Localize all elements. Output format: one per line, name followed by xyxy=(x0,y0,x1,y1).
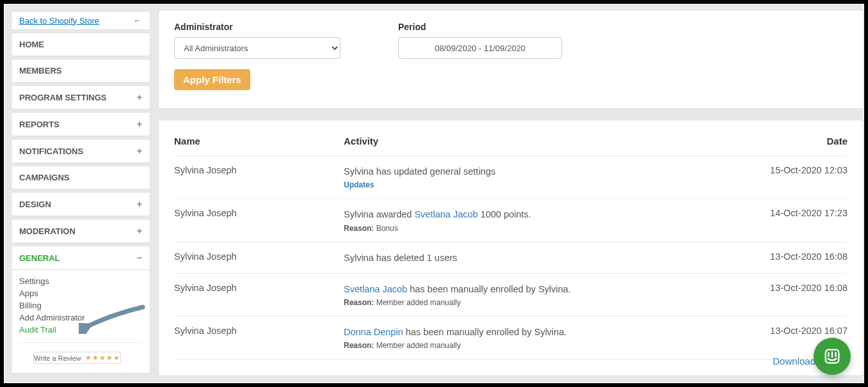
back-arrow-icon: ← xyxy=(133,15,142,26)
sidebar: Back to Shopify Store ← HOME MEMBERS PRO… xyxy=(11,11,150,374)
nav-notifications[interactable]: NOTIFICATIONS + xyxy=(11,139,150,163)
nav-label: MODERATION xyxy=(19,226,76,236)
text: has been manually enrolled by Sylvina. xyxy=(403,327,567,337)
download-link[interactable]: Download xyxy=(773,356,816,367)
table-row: Sylvina Joseph Sylvina has updated gener… xyxy=(174,156,848,199)
activity-text: Svetlana Jacob has been manually enrolle… xyxy=(344,283,745,296)
nav-moderation[interactable]: MODERATION + xyxy=(11,219,150,243)
nav-label: CAMPAIGNS xyxy=(19,173,69,182)
activity-text: Donna Denpin has been manually enrolled … xyxy=(344,326,745,338)
cell-name: Sylvina Joseph xyxy=(174,208,344,218)
col-header-activity: Activity xyxy=(344,136,745,146)
write-review-button[interactable]: Write a Review ★★★★★ xyxy=(33,352,121,364)
nav-label: PROGRAM SETTINGS xyxy=(19,93,107,102)
cell-date: 13-Oct-2020 16:07 xyxy=(745,326,848,336)
subnav-apps[interactable]: Apps xyxy=(19,287,142,299)
plus-icon: + xyxy=(137,119,142,129)
col-header-name: Name xyxy=(174,136,344,146)
cell-name: Sylvina Joseph xyxy=(174,283,344,293)
text: Sylvina awarded xyxy=(344,209,414,219)
subnav-settings[interactable]: Settings xyxy=(19,275,142,287)
cell-activity: Sylvina has deleted 1 users xyxy=(344,251,745,264)
period-input[interactable] xyxy=(398,37,562,59)
subnav-billing[interactable]: Billing xyxy=(19,299,142,312)
cell-activity: Svetlana Jacob has been manually enrolle… xyxy=(344,283,745,307)
nav-label: HOME xyxy=(19,40,44,49)
reason-label: Reason: xyxy=(344,298,374,307)
subnav-audit-trail[interactable]: Audit Trail xyxy=(19,324,142,336)
minus-icon: − xyxy=(137,253,142,263)
table-row: Sylvina Joseph Sylvina awarded Svetlana … xyxy=(174,199,848,242)
nav-campaigns[interactable]: CAMPAIGNS xyxy=(11,166,150,189)
nav-label: NOTIFICATIONS xyxy=(19,146,83,156)
reason-label: Reason: xyxy=(344,341,374,350)
table-row: Sylvina Joseph Sylvina has deleted 1 use… xyxy=(174,242,848,274)
text: 1000 points. xyxy=(478,209,531,219)
table-header: Name Activity Date xyxy=(174,132,848,156)
cell-date: 15-Oct-2020 12:03 xyxy=(745,165,848,175)
reason-text: Member added manually xyxy=(376,341,461,350)
nav-program-settings[interactable]: PROGRAM SETTINGS + xyxy=(11,85,150,109)
nav-general-submenu: Settings Apps Billing Add Administrator … xyxy=(11,270,150,374)
nav-label: MEMBERS xyxy=(19,66,61,75)
reason-line: Reason: Member added manually xyxy=(344,298,745,307)
filter-panel: Administrator All Administrators Period … xyxy=(158,10,864,109)
text: has been manually enrolled by Sylvina. xyxy=(407,284,571,294)
cell-date: 13-Oct-2020 16:08 xyxy=(745,283,848,293)
nav-label: GENERAL xyxy=(19,253,60,263)
plus-icon: + xyxy=(137,226,142,236)
nav-reports[interactable]: REPORTS + xyxy=(11,112,150,136)
divider xyxy=(19,342,142,345)
cell-date: 14-Oct-2020 17:23 xyxy=(745,208,848,218)
review-label: Write a Review xyxy=(34,354,81,362)
member-link[interactable]: Svetlana Jacob xyxy=(344,284,407,294)
table-row: Sylvina Joseph Donna Denpin has been man… xyxy=(174,317,848,359)
back-link[interactable]: Back to Shopify Store xyxy=(19,16,99,26)
filter-period: Period xyxy=(398,22,562,59)
reason-line: Reason: Member added manually xyxy=(344,341,745,350)
subnav-add-admin[interactable]: Add Administrator xyxy=(19,312,142,324)
updates-link[interactable]: Updates xyxy=(344,180,745,189)
reason-line: Reason: Bonus xyxy=(344,224,745,233)
nav-general[interactable]: GENERAL − xyxy=(11,246,150,270)
reason-label: Reason: xyxy=(344,224,374,233)
member-link[interactable]: Donna Denpin xyxy=(344,327,403,337)
cell-name: Sylvina Joseph xyxy=(174,326,344,336)
audit-table: Name Activity Date Sylvina Joseph Sylvin… xyxy=(158,120,864,376)
plus-icon: + xyxy=(137,199,142,209)
reason-text: Bonus xyxy=(376,224,398,233)
nav-design[interactable]: DESIGN + xyxy=(11,192,150,216)
col-header-date: Date xyxy=(745,136,848,146)
back-to-store[interactable]: Back to Shopify Store ← xyxy=(11,11,150,30)
cell-activity: Sylvina awarded Svetlana Jacob 1000 poin… xyxy=(344,208,745,232)
activity-text: Sylvina has updated general settings xyxy=(344,165,745,178)
intercom-icon xyxy=(823,347,842,366)
nav-label: REPORTS xyxy=(19,120,60,129)
table-row: Sylvina Joseph Svetlana Jacob has been m… xyxy=(174,274,848,317)
member-link[interactable]: Svetlana Jacob xyxy=(414,209,478,219)
apply-filters-button[interactable]: Apply Filters xyxy=(174,69,250,90)
chat-launcher-button[interactable] xyxy=(814,338,851,375)
plus-icon: + xyxy=(137,92,142,102)
cell-date: 13-Oct-2020 16:08 xyxy=(745,251,848,262)
reason-text: Member added manually xyxy=(376,298,461,307)
nav-members[interactable]: MEMBERS xyxy=(11,59,150,83)
activity-text: Sylvina awarded Svetlana Jacob 1000 poin… xyxy=(344,208,745,221)
nav-label: DESIGN xyxy=(19,200,51,209)
activity-text: Sylvina has deleted 1 users xyxy=(344,251,745,264)
filter-administrator: Administrator All Administrators xyxy=(174,22,341,59)
plus-icon: + xyxy=(137,146,142,156)
cell-activity: Sylvina has updated general settings Upd… xyxy=(344,165,745,189)
nav-home[interactable]: HOME xyxy=(11,33,150,56)
administrator-select[interactable]: All Administrators xyxy=(174,37,341,59)
cell-name: Sylvina Joseph xyxy=(174,165,344,175)
filter-label: Administrator xyxy=(174,22,341,32)
cell-name: Sylvina Joseph xyxy=(174,251,344,262)
star-icons: ★★★★★ xyxy=(85,354,120,362)
filter-label: Period xyxy=(398,22,562,32)
cell-activity: Donna Denpin has been manually enrolled … xyxy=(344,326,745,350)
